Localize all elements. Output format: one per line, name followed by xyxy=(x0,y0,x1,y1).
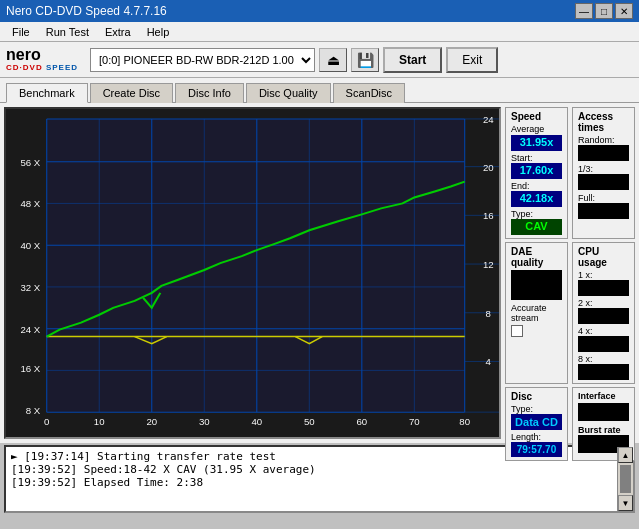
end-value: 42.18x xyxy=(511,191,562,207)
start-value: 17.60x xyxy=(511,163,562,179)
eject-icon-button[interactable]: ⏏ xyxy=(319,48,347,72)
close-button[interactable]: ✕ xyxy=(615,3,633,19)
svg-text:30: 30 xyxy=(199,417,210,427)
save-icon-button[interactable]: 💾 xyxy=(351,48,379,72)
nero-logo: nero CD·DVD SPEED xyxy=(6,47,78,72)
cpu-panel: CPU usage 1 x: 2 x: 4 x: 8 x: xyxy=(572,242,635,384)
maximize-button[interactable]: □ xyxy=(595,3,613,19)
exit-button[interactable]: Exit xyxy=(446,47,498,73)
one-third-label: 1/3: xyxy=(578,164,629,174)
dae-cpu-row: DAE quality Accurate stream CPU usage 1 … xyxy=(505,242,635,384)
menu-runtest[interactable]: Run Test xyxy=(38,24,97,40)
tab-create-disc[interactable]: Create Disc xyxy=(90,83,173,103)
scroll-up-button[interactable]: ▲ xyxy=(618,447,633,463)
tab-disc-quality[interactable]: Disc Quality xyxy=(246,83,331,103)
svg-text:56 X: 56 X xyxy=(20,158,40,168)
tab-benchmark[interactable]: Benchmark xyxy=(6,83,88,103)
nero-logo-text: nero xyxy=(6,47,41,63)
right-panel: Speed Average 31.95x Start: 17.60x End: … xyxy=(505,107,635,439)
access-title: Access times xyxy=(578,111,629,133)
svg-text:8: 8 xyxy=(486,309,491,319)
benchmark-chart: 56 X 48 X 40 X 32 X 24 X 16 X 8 X 0 10 2… xyxy=(6,109,499,437)
1x-label: 1 x: xyxy=(578,270,629,280)
stream-label: stream xyxy=(511,313,562,323)
menu-help[interactable]: Help xyxy=(139,24,178,40)
accurate-label: Accurate xyxy=(511,303,562,313)
svg-text:4: 4 xyxy=(486,358,491,368)
svg-text:24: 24 xyxy=(483,115,494,125)
scroll-thumb[interactable] xyxy=(620,465,631,493)
nero-logo-subtitle: CD·DVD SPEED xyxy=(6,63,78,72)
disc-type-label: Type: xyxy=(511,404,562,414)
interface-label: Interface xyxy=(578,391,629,401)
start-label: Start: xyxy=(511,153,562,163)
menu-file[interactable]: File xyxy=(4,24,38,40)
average-label: Average xyxy=(511,124,562,134)
svg-text:0: 0 xyxy=(44,417,49,427)
2x-value xyxy=(578,308,629,324)
start-button[interactable]: Start xyxy=(383,47,442,73)
tabs-bar: Benchmark Create Disc Disc Info Disc Qua… xyxy=(0,78,639,103)
accurate-stream-checkbox[interactable] xyxy=(511,325,523,337)
menubar: File Run Test Extra Help xyxy=(0,22,639,42)
titlebar: Nero CD-DVD Speed 4.7.7.16 — □ ✕ xyxy=(0,0,639,22)
end-label: End: xyxy=(511,181,562,191)
dae-panel: DAE quality Accurate stream xyxy=(505,242,568,384)
tab-disc-info[interactable]: Disc Info xyxy=(175,83,244,103)
log-line-2: [19:39:52] Speed:18-42 X CAV (31.95 X av… xyxy=(11,463,612,476)
accurate-stream-row xyxy=(511,325,562,337)
speed-access-row: Speed Average 31.95x Start: 17.60x End: … xyxy=(505,107,635,239)
type-label: Type: xyxy=(511,209,562,219)
svg-text:40: 40 xyxy=(251,417,262,427)
dae-title: DAE quality xyxy=(511,246,562,268)
log-line-3: [19:39:52] Elapsed Time: 2:38 xyxy=(11,476,612,489)
svg-text:24 X: 24 X xyxy=(20,325,40,335)
random-label: Random: xyxy=(578,135,629,145)
svg-text:32 X: 32 X xyxy=(20,283,40,293)
svg-text:16 X: 16 X xyxy=(20,365,40,375)
8x-label: 8 x: xyxy=(578,354,629,364)
svg-text:20: 20 xyxy=(146,417,157,427)
access-times-panel: Access times Random: 1/3: Full: xyxy=(572,107,635,239)
4x-value xyxy=(578,336,629,352)
2x-label: 2 x: xyxy=(578,298,629,308)
1x-value xyxy=(578,280,629,296)
svg-text:16: 16 xyxy=(483,212,494,222)
menu-extra[interactable]: Extra xyxy=(97,24,139,40)
type-value: CAV xyxy=(511,219,562,235)
log-area: ► [19:37:14] Starting transfer rate test… xyxy=(4,445,635,513)
cpu-title: CPU usage xyxy=(578,246,629,268)
disc-length-label: Length: xyxy=(511,432,562,442)
4x-label: 4 x: xyxy=(578,326,629,336)
svg-text:12: 12 xyxy=(483,260,494,270)
speed-panel: Speed Average 31.95x Start: 17.60x End: … xyxy=(505,107,568,239)
main-content: 56 X 48 X 40 X 32 X 24 X 16 X 8 X 0 10 2… xyxy=(0,103,639,443)
log-scrollbar: ▲ ▼ xyxy=(617,447,633,511)
svg-text:50: 50 xyxy=(304,417,315,427)
svg-text:40 X: 40 X xyxy=(20,241,40,251)
disc-type-value: Data CD xyxy=(511,414,562,430)
tab-scan-disc[interactable]: ScanDisc xyxy=(333,83,405,103)
svg-rect-1 xyxy=(47,119,465,412)
interface-value xyxy=(578,403,629,421)
log-line-1: ► [19:37:14] Starting transfer rate test xyxy=(11,450,612,463)
svg-text:10: 10 xyxy=(94,417,105,427)
drive-selector[interactable]: [0:0] PIONEER BD-RW BDR-212D 1.00 xyxy=(90,48,315,72)
svg-text:48 X: 48 X xyxy=(20,200,40,210)
chart-area: 56 X 48 X 40 X 32 X 24 X 16 X 8 X 0 10 2… xyxy=(4,107,501,439)
dae-value xyxy=(511,270,562,300)
random-value xyxy=(578,145,629,161)
svg-text:70: 70 xyxy=(409,417,420,427)
svg-text:80: 80 xyxy=(459,417,470,427)
log-content: ► [19:37:14] Starting transfer rate test… xyxy=(6,447,617,511)
svg-text:8 X: 8 X xyxy=(26,406,40,416)
titlebar-title: Nero CD-DVD Speed 4.7.7.16 xyxy=(6,4,167,18)
minimize-button[interactable]: — xyxy=(575,3,593,19)
scroll-down-button[interactable]: ▼ xyxy=(618,495,633,511)
average-value: 31.95x xyxy=(511,135,562,151)
disc-title: Disc xyxy=(511,391,562,402)
titlebar-controls: — □ ✕ xyxy=(575,3,633,19)
toolbar: nero CD·DVD SPEED [0:0] PIONEER BD-RW BD… xyxy=(0,42,639,78)
speed-title: Speed xyxy=(511,111,562,122)
full-value xyxy=(578,203,629,219)
